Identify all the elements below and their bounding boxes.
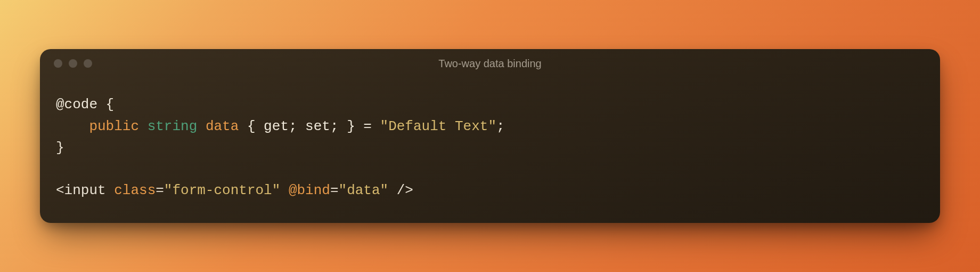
code-token: public	[89, 118, 139, 134]
code-token: <	[56, 182, 64, 198]
code-token: }	[56, 140, 64, 156]
code-token: data	[206, 118, 239, 134]
maximize-icon[interactable]	[84, 59, 92, 68]
code-window: Two-way data binding @code { public stri…	[40, 49, 940, 222]
code-token: string	[148, 118, 198, 134]
code-token	[280, 182, 289, 198]
code-token: "Default Text"	[380, 118, 496, 134]
code-token: =	[156, 182, 164, 198]
code-token: input	[64, 182, 106, 198]
code-token: "data"	[339, 182, 389, 198]
code-block: @code { public string data { get; set; }…	[40, 78, 940, 222]
traffic-lights	[40, 59, 92, 68]
minimize-icon[interactable]	[69, 59, 77, 68]
code-token: @bind	[289, 182, 330, 198]
code-token: =	[330, 182, 339, 198]
code-token: { get; set; } =	[239, 118, 380, 134]
code-token: />	[388, 182, 413, 198]
code-token: {	[97, 97, 114, 113]
window-title: Two-way data binding	[40, 58, 940, 70]
window-titlebar: Two-way data binding	[40, 49, 940, 78]
code-token: @code	[56, 97, 97, 113]
code-token: "form-control"	[164, 182, 280, 198]
code-token: class	[114, 182, 156, 198]
code-token	[106, 182, 115, 198]
close-icon[interactable]	[54, 59, 62, 68]
code-token: ;	[496, 118, 505, 134]
